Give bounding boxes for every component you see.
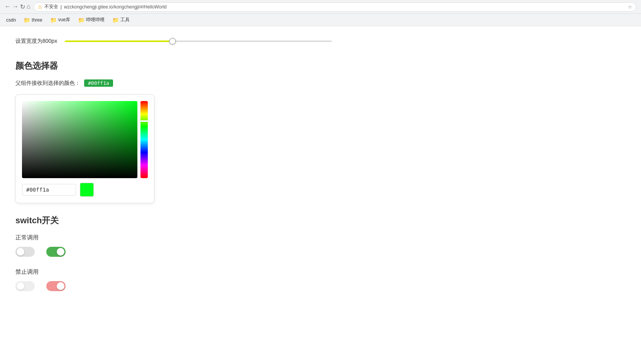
home-icon[interactable]: ⌂ <box>27 3 30 10</box>
hue-strip[interactable] <box>140 101 148 178</box>
switch-section-title: switch开关 <box>15 215 332 226</box>
back-icon[interactable]: ← <box>5 3 11 10</box>
forward-icon[interactable]: → <box>12 3 19 10</box>
color-preview-box[interactable] <box>80 183 94 197</box>
hue-indicator <box>140 120 149 122</box>
reload-icon[interactable]: ↻ <box>20 3 25 10</box>
bookmark-bilibili-label: 哔哩哔哩 <box>86 17 105 23</box>
bookmark-tools-label: 工具 <box>120 17 130 23</box>
toggle-knob-normal-off <box>17 248 24 256</box>
disabled-switch-label: 禁止调用 <box>15 268 332 276</box>
bookmark-csdn[interactable]: csdn <box>3 17 19 24</box>
bookmark-three-folder-icon: 📁 <box>24 17 30 23</box>
bookmark-three[interactable]: 📁 three <box>20 16 45 24</box>
toggle-switch-normal-on[interactable] <box>46 247 66 257</box>
toggle-knob-disabled-on <box>57 282 64 290</box>
switch-section: switch开关 正常调用 禁止调用 <box>15 215 332 291</box>
slider-section: 设置宽度为800px <box>15 38 332 45</box>
disabled-switch-subsection: 禁止调用 <box>15 268 332 291</box>
bookmark-vue-folder-icon: 📁 <box>50 17 57 23</box>
bookmark-star-icon[interactable]: ☆ <box>628 4 632 10</box>
color-picker-title: 颜色选择器 <box>15 60 332 72</box>
toggle-switch-normal-off[interactable] <box>15 247 35 257</box>
security-warning-text: 不安全 <box>44 3 58 10</box>
width-slider[interactable] <box>65 40 332 42</box>
normal-switch-label: 正常调用 <box>15 234 332 241</box>
color-picker-widget <box>15 94 154 203</box>
color-label-row: 父组件接收到选择的颜色： #00ff1a <box>15 79 332 87</box>
bookmark-three-label: three <box>32 17 42 23</box>
bookmark-bilibili[interactable]: 📁 哔哩哔哩 <box>75 16 108 24</box>
color-bottom-row <box>22 183 148 197</box>
browser-address-bar: ← → ↻ ⌂ ⚠ 不安全 | wzckongchengji.gitee.io/… <box>0 0 641 14</box>
bookmark-tools-folder-icon: 📁 <box>112 17 119 23</box>
color-received-label: 父组件接收到选择的颜色： <box>15 80 80 87</box>
toggle-switch-disabled-off <box>15 281 35 291</box>
bookmark-tools[interactable]: 📁 工具 <box>109 16 133 24</box>
bookmark-vue-label: vue库 <box>58 17 70 23</box>
color-hex-input[interactable] <box>22 184 76 195</box>
security-warning-icon: ⚠ <box>38 4 42 10</box>
gradient-dark <box>22 101 137 178</box>
toggle-knob-disabled-off <box>17 282 24 290</box>
url-separator: | <box>61 4 62 10</box>
nav-icons: ← → ↻ ⌂ <box>5 3 30 10</box>
color-picker-top <box>22 101 148 178</box>
main-content: 设置宽度为800px 颜色选择器 父组件接收到选择的颜色： #00ff1a <box>0 26 347 314</box>
bookmark-csdn-label: csdn <box>6 17 16 23</box>
url-bar[interactable]: ⚠ 不安全 | wzckongchengji.gitee.io/kongchen… <box>34 2 636 12</box>
color-gradient-area[interactable] <box>22 101 137 178</box>
disabled-switches-row <box>15 281 332 291</box>
bookmark-bilibili-folder-icon: 📁 <box>78 17 85 23</box>
slider-label: 设置宽度为800px <box>15 38 57 45</box>
normal-switches-row <box>15 247 332 257</box>
bookmarks-bar: csdn 📁 three 📁 vue库 📁 哔哩哔哩 📁 工具 <box>0 14 641 26</box>
color-value-badge: #00ff1a <box>84 79 113 87</box>
color-picker-section: 颜色选择器 父组件接收到选择的颜色： #00ff1a <box>15 60 332 203</box>
bookmark-vue[interactable]: 📁 vue库 <box>47 16 73 24</box>
toggle-switch-disabled-on <box>46 281 66 291</box>
normal-switch-subsection: 正常调用 <box>15 234 332 257</box>
toggle-knob-normal-on <box>57 248 64 256</box>
url-text: wzckongchengji.gitee.io/kongchengji/#/He… <box>64 4 167 10</box>
